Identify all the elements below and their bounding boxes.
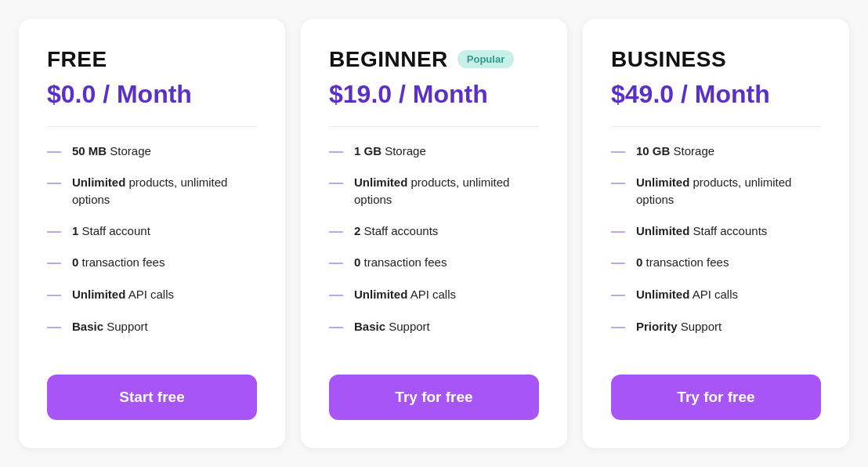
plan-divider-free (47, 126, 257, 127)
plan-price-free: $0.0 / Month (47, 80, 257, 109)
feature-item-free-0: —50 MB Storage (47, 143, 257, 161)
feature-item-business-4: —Unlimited API calls (611, 286, 821, 304)
feature-dash-beginner-0: — (329, 143, 343, 161)
plan-name-free: FREE (47, 47, 107, 72)
plan-card-business: BUSINESS$49.0 / Month—10 GB Storage—Unli… (583, 19, 849, 448)
popular-badge-beginner: Popular (458, 50, 514, 68)
feature-text-beginner-2: 2 Staff accounts (354, 223, 438, 240)
cta-button-free[interactable]: Start free (47, 375, 257, 420)
feature-text-business-1: Unlimited products, unlimited options (636, 174, 821, 208)
feature-dash-business-0: — (611, 143, 625, 161)
feature-item-beginner-2: —2 Staff accounts (329, 223, 539, 241)
plan-price-beginner: $19.0 / Month (329, 80, 539, 109)
feature-text-free-4: Unlimited API calls (72, 286, 174, 303)
feature-dash-beginner-2: — (329, 223, 343, 241)
feature-text-business-3: 0 transaction fees (636, 254, 729, 271)
feature-item-free-3: —0 transaction fees (47, 254, 257, 272)
feature-item-business-1: —Unlimited products, unlimited options (611, 174, 821, 208)
feature-text-free-5: Basic Support (72, 318, 148, 335)
feature-text-free-0: 50 MB Storage (72, 143, 151, 160)
feature-item-beginner-3: —0 transaction fees (329, 254, 539, 272)
feature-dash-business-1: — (611, 175, 625, 192)
plan-card-beginner: BEGINNERPopular$19.0 / Month—1 GB Storag… (301, 19, 567, 448)
feature-item-business-3: —0 transaction fees (611, 254, 821, 272)
feature-item-beginner-4: —Unlimited API calls (329, 286, 539, 304)
feature-item-business-2: —Unlimited Staff accounts (611, 223, 821, 241)
features-list-beginner: —1 GB Storage—Unlimited products, unlimi… (329, 143, 539, 349)
feature-dash-beginner-1: — (329, 175, 343, 192)
feature-dash-free-2: — (47, 223, 61, 241)
plan-price-business: $49.0 / Month (611, 80, 821, 109)
features-list-free: —50 MB Storage—Unlimited products, unlim… (47, 143, 257, 349)
plan-name-beginner: BEGINNER (329, 47, 448, 72)
feature-dash-free-5: — (47, 319, 61, 336)
feature-text-beginner-4: Unlimited API calls (354, 286, 456, 303)
feature-text-beginner-5: Basic Support (354, 318, 430, 335)
plan-title-row-beginner: BEGINNERPopular (329, 47, 539, 72)
feature-text-free-1: Unlimited products, unlimited options (72, 174, 257, 208)
features-list-business: —10 GB Storage—Unlimited products, unlim… (611, 143, 821, 349)
feature-dash-free-3: — (47, 255, 61, 272)
feature-text-free-3: 0 transaction fees (72, 254, 165, 271)
feature-item-business-0: —10 GB Storage (611, 143, 821, 161)
feature-item-free-1: —Unlimited products, unlimited options (47, 174, 257, 208)
feature-text-free-2: 1 Staff account (72, 223, 150, 240)
feature-text-beginner-0: 1 GB Storage (354, 143, 426, 160)
feature-dash-beginner-3: — (329, 255, 343, 272)
feature-item-free-4: —Unlimited API calls (47, 286, 257, 304)
feature-text-beginner-3: 0 transaction fees (354, 254, 447, 271)
feature-dash-free-4: — (47, 287, 61, 304)
feature-dash-beginner-5: — (329, 319, 343, 336)
cta-button-business[interactable]: Try for free (611, 375, 821, 420)
feature-text-business-5: Priority Support (636, 318, 722, 335)
plan-divider-beginner (329, 126, 539, 127)
plan-card-free: FREE$0.0 / Month—50 MB Storage—Unlimited… (19, 19, 285, 448)
feature-dash-beginner-4: — (329, 287, 343, 304)
feature-item-beginner-0: —1 GB Storage (329, 143, 539, 161)
feature-text-business-0: 10 GB Storage (636, 143, 714, 160)
plan-divider-business (611, 126, 821, 127)
feature-text-business-4: Unlimited API calls (636, 286, 738, 303)
pricing-container: FREE$0.0 / Month—50 MB Storage—Unlimited… (0, 3, 868, 464)
feature-item-beginner-5: —Basic Support (329, 318, 539, 336)
feature-dash-business-4: — (611, 287, 625, 304)
feature-item-business-5: —Priority Support (611, 318, 821, 336)
feature-dash-free-1: — (47, 175, 61, 192)
cta-button-beginner[interactable]: Try for free (329, 375, 539, 420)
plan-title-row-free: FREE (47, 47, 257, 72)
plan-name-business: BUSINESS (611, 47, 726, 72)
feature-dash-business-5: — (611, 319, 625, 336)
feature-item-free-2: —1 Staff account (47, 223, 257, 241)
feature-dash-free-0: — (47, 143, 61, 161)
feature-dash-business-2: — (611, 223, 625, 241)
feature-item-beginner-1: —Unlimited products, unlimited options (329, 174, 539, 208)
plan-title-row-business: BUSINESS (611, 47, 821, 72)
feature-dash-business-3: — (611, 255, 625, 272)
feature-text-beginner-1: Unlimited products, unlimited options (354, 174, 539, 208)
feature-text-business-2: Unlimited Staff accounts (636, 223, 767, 240)
feature-item-free-5: —Basic Support (47, 318, 257, 336)
